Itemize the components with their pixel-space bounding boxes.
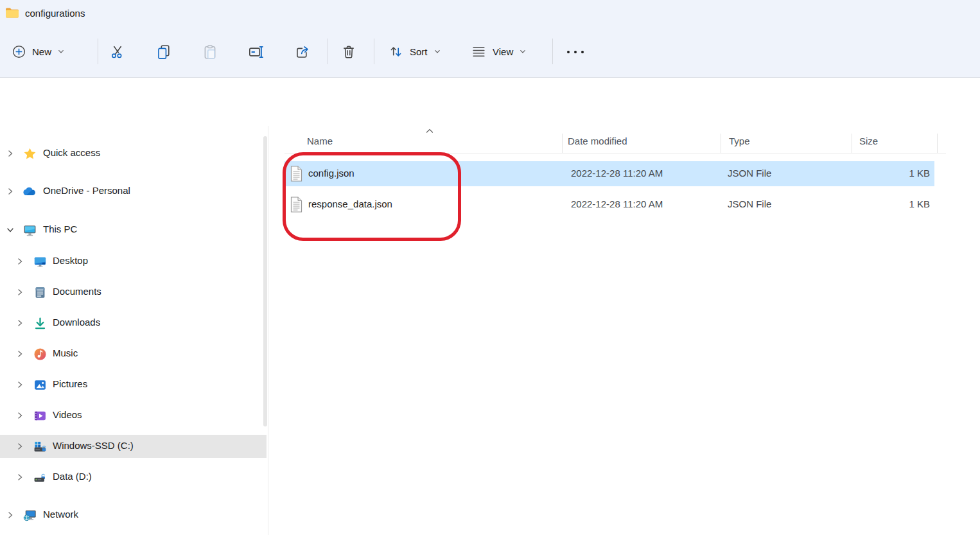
sidebar-item-label: Videos: [53, 409, 82, 420]
title-bar: configurations: [0, 0, 980, 26]
chevron-down-icon: [57, 48, 65, 55]
sidebar-item-label: Quick access: [43, 147, 100, 158]
navigation-pane: Quick access OneDrive - Personal This PC: [0, 126, 268, 535]
delete-button[interactable]: [340, 44, 357, 60]
sidebar-item-videos[interactable]: Videos: [0, 404, 267, 427]
desktop-icon: [33, 255, 47, 268]
file-row-config-json[interactable]: config.json 2022-12-28 11:20 AM JSON Fil…: [284, 161, 934, 186]
navigation-bar: This PC Windows-SSD (C:) ProgramData ePR…: [0, 78, 980, 127]
onedrive-cloud-icon: [23, 187, 37, 196]
sidebar-item-label: Network: [43, 509, 78, 520]
file-row-response-data-json[interactable]: response_data.json 2022-12-28 11:20 AM J…: [284, 192, 934, 217]
chevron-down-icon[interactable]: [6, 226, 14, 234]
trash-icon: [340, 44, 357, 60]
sort-ascending-indicator: [425, 128, 434, 134]
document-file-icon: [290, 197, 302, 213]
chevron-right-icon[interactable]: [16, 350, 24, 358]
plus-circle-icon: [12, 44, 26, 59]
sidebar-item-windows-ssd[interactable]: Windows-SSD (C:): [0, 435, 267, 458]
file-list-pane: Name Date modified Type Size config.json…: [268, 126, 980, 535]
sidebar-item-onedrive[interactable]: OneDrive - Personal: [0, 180, 267, 203]
cut-button[interactable]: [109, 44, 126, 60]
file-name: response_data.json: [308, 198, 392, 209]
sidebar-item-network[interactable]: Network: [0, 504, 267, 527]
chevron-right-icon[interactable]: [6, 188, 14, 195]
file-type: JSON File: [728, 168, 771, 179]
new-button-label: New: [32, 46, 51, 57]
ellipsis-icon: [565, 48, 586, 57]
sidebar-item-downloads[interactable]: Downloads: [0, 311, 267, 335]
sidebar-item-label: Downloads: [53, 317, 100, 328]
file-size: 1 KB: [827, 198, 930, 209]
star-icon: [23, 147, 37, 161]
sidebar-item-label: Desktop: [53, 255, 88, 266]
column-header-type[interactable]: Type: [729, 136, 750, 146]
chevron-right-icon[interactable]: [16, 443, 24, 450]
column-header-size[interactable]: Size: [859, 136, 878, 146]
toolbar-divider: [98, 39, 98, 64]
chevron-down-icon: [519, 48, 527, 55]
downloads-arrow-icon: [33, 317, 47, 330]
column-divider[interactable]: [937, 134, 938, 153]
music-note-icon: [33, 347, 47, 361]
this-pc-monitor-icon: [23, 224, 37, 237]
column-divider[interactable]: [562, 134, 563, 153]
sidebar-item-label: This PC: [43, 224, 77, 234]
sidebar-item-pictures[interactable]: Pictures: [0, 373, 267, 396]
column-header-date-modified[interactable]: Date modified: [568, 136, 627, 146]
column-divider[interactable]: [721, 134, 721, 153]
documents-icon: [33, 286, 47, 299]
network-icon: [23, 509, 38, 522]
column-divider[interactable]: [852, 134, 852, 153]
paste-icon: [202, 44, 218, 60]
file-size: 1 KB: [827, 168, 930, 179]
file-date-modified: 2022-12-28 11:20 AM: [571, 198, 663, 209]
header-separator: [284, 153, 946, 154]
sidebar-item-documents[interactable]: Documents: [0, 281, 267, 304]
sidebar-item-quick-access[interactable]: Quick access: [0, 142, 267, 165]
file-type: JSON File: [728, 198, 771, 209]
chevron-right-icon[interactable]: [16, 381, 24, 389]
file-date-modified: 2022-12-28 11:20 AM: [571, 168, 663, 179]
scissors-icon: [109, 44, 126, 60]
file-explorer-window: { "window": { "title": "configurations" …: [0, 0, 980, 535]
column-header-name[interactable]: Name: [307, 136, 333, 146]
folder-icon: [5, 7, 19, 19]
new-button[interactable]: New: [12, 26, 65, 77]
sidebar-item-music[interactable]: Music: [0, 342, 267, 365]
more-options-button[interactable]: [565, 48, 586, 57]
chevron-right-icon[interactable]: [16, 412, 24, 419]
sidebar-scrollbar[interactable]: [263, 136, 267, 426]
sidebar-item-label: Data (D:): [53, 471, 92, 482]
sidebar-item-desktop[interactable]: Desktop: [0, 250, 267, 273]
paste-button[interactable]: [202, 44, 218, 60]
sidebar-item-this-pc[interactable]: This PC: [0, 218, 267, 241]
windows-drive-icon: [33, 440, 48, 453]
sidebar-item-data-d[interactable]: Data (D:): [0, 466, 267, 489]
sidebar-item-label: Music: [53, 347, 78, 358]
toolbar-divider: [552, 39, 553, 64]
chevron-right-icon[interactable]: [16, 319, 24, 327]
chevron-right-icon[interactable]: [6, 150, 14, 157]
chevron-right-icon[interactable]: [16, 288, 24, 296]
sidebar-item-label: Windows-SSD (C:): [53, 440, 134, 451]
share-button[interactable]: [294, 44, 311, 60]
sort-button-label: Sort: [410, 46, 428, 57]
view-button-label: View: [493, 46, 513, 57]
pictures-icon: [33, 378, 47, 392]
chevron-right-icon[interactable]: [16, 258, 24, 265]
rename-button[interactable]: [248, 44, 265, 60]
sort-arrows-icon: [388, 44, 404, 60]
toolbar-divider: [374, 39, 374, 64]
chevron-right-icon[interactable]: [6, 511, 14, 519]
share-icon: [294, 44, 311, 60]
drive-icon: [33, 471, 48, 484]
copy-button[interactable]: [155, 44, 172, 60]
chevron-right-icon[interactable]: [16, 473, 24, 481]
list-lines-icon: [471, 44, 487, 60]
sort-button[interactable]: Sort: [388, 26, 441, 77]
view-button[interactable]: View: [471, 26, 527, 77]
command-toolbar: New: [0, 26, 980, 78]
window-title: configurations: [25, 8, 85, 19]
videos-icon: [33, 409, 47, 423]
